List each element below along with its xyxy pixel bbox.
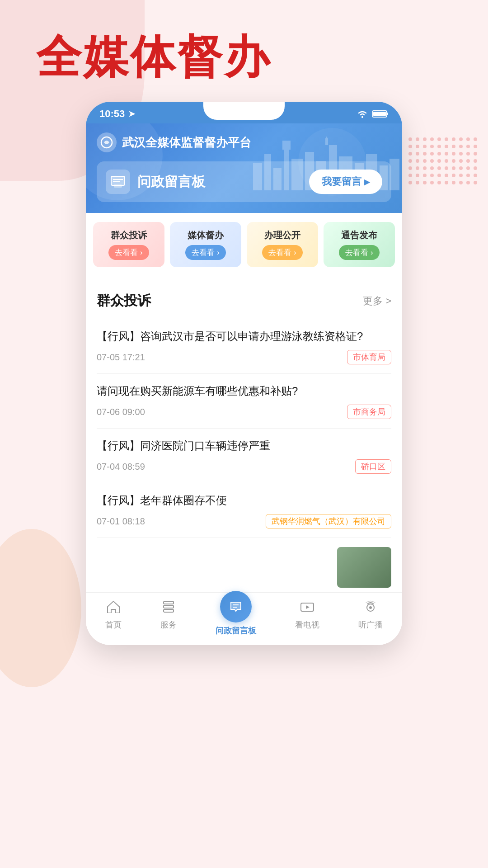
message-banner[interactable]: 问政留言板 我要留言 ▶	[97, 161, 391, 202]
news-title-1: 【行风】咨询武汉市是否可以申请办理游泳教练资格证?	[97, 328, 391, 344]
news-time-1: 07-05 17:21	[97, 352, 145, 363]
hero-title: 全媒体督办	[36, 27, 488, 88]
tv-icon	[300, 600, 314, 617]
category-name-notice: 通告发布	[329, 229, 389, 241]
center-nav-icon	[220, 591, 252, 623]
message-btn-label: 我要留言	[322, 175, 361, 189]
news-item-4[interactable]: 【行风】老年群体圈存不便 07-01 08:18 武钢华润燃气（武汉）有限公司	[97, 483, 391, 538]
message-banner-left: 问政留言板	[106, 170, 205, 194]
nav-label-center: 问政留言板	[216, 625, 256, 636]
news-meta-3: 07-04 08:59 硚口区	[97, 459, 391, 474]
phone-notch	[203, 102, 285, 120]
section-header: 群众投诉 更多 >	[97, 292, 391, 310]
wifi-icon	[356, 109, 369, 118]
news-title-3: 【行风】同济医院门口车辆违停严重	[97, 438, 391, 454]
news-time-2: 07-06 09:00	[97, 407, 145, 417]
svg-rect-24	[114, 184, 122, 188]
brand-name-text: 武汉全媒体监督督办平台	[122, 135, 251, 151]
hero-section: 全媒体督办	[0, 0, 488, 102]
status-time: 10:53	[99, 108, 125, 120]
svg-rect-21	[111, 176, 125, 185]
news-title-2: 请问现在购买新能源车有哪些优惠和补贴?	[97, 383, 391, 399]
battery-icon	[372, 110, 389, 118]
nav-item-tv[interactable]: 看电视	[295, 600, 319, 636]
news-tag-4: 武钢华润燃气（武汉）有限公司	[266, 514, 391, 528]
section-more-link[interactable]: 更多 >	[363, 294, 391, 308]
category-item-media[interactable]: 媒体督办 去看看 ›	[170, 222, 241, 267]
services-icon	[163, 600, 174, 617]
category-btn-media[interactable]: 去看看 ›	[185, 245, 225, 260]
news-tag-1: 市体育局	[347, 350, 391, 364]
news-meta-1: 07-05 17:21 市体育局	[97, 350, 391, 364]
news-item-5-content	[97, 547, 330, 588]
nav-item-services[interactable]: 服务	[160, 600, 177, 636]
svg-point-33	[369, 606, 372, 609]
radio-icon	[364, 600, 377, 617]
svg-rect-25	[164, 601, 174, 604]
svg-rect-3	[373, 112, 386, 116]
category-btn-notice[interactable]: 去看看 ›	[339, 245, 379, 260]
header-brand: 武汉全媒体监督督办平台	[97, 132, 391, 152]
category-btn-complaints[interactable]: 去看看 ›	[108, 245, 149, 260]
brand-logo-icon	[97, 132, 117, 152]
category-btn-public[interactable]: 去看看 ›	[262, 245, 302, 260]
message-btn-arrow-icon: ▶	[364, 178, 370, 186]
svg-rect-27	[164, 609, 174, 612]
home-icon	[107, 600, 120, 617]
navigation-icon: ➤	[128, 109, 135, 119]
news-meta-2: 07-06 09:00 市商务局	[97, 405, 391, 419]
bottom-nav: 首页 服务	[86, 592, 402, 645]
svg-rect-26	[164, 605, 174, 608]
news-tag-2: 市商务局	[347, 405, 391, 419]
svg-rect-2	[387, 113, 388, 115]
news-time-3: 07-04 08:59	[97, 462, 145, 472]
phone-mockup: 10:53 ➤	[86, 102, 402, 645]
category-item-notice[interactable]: 通告发布 去看看 ›	[324, 222, 395, 267]
nav-item-home[interactable]: 首页	[105, 600, 122, 636]
message-board-title: 问政留言板	[137, 173, 205, 191]
news-item-5-partial[interactable]	[97, 538, 391, 592]
svg-point-0	[361, 116, 363, 118]
phone-header: 武汉全媒体监督督办平台 问政留言板 我要留言	[86, 123, 402, 213]
news-item-2[interactable]: 请问现在购买新能源车有哪些优惠和补贴? 07-06 09:00 市商务局	[97, 374, 391, 429]
news-title-4: 【行风】老年群体圈存不便	[97, 492, 391, 509]
category-name-complaints: 群众投诉	[99, 229, 159, 241]
category-grid: 群众投诉 去看看 › 媒体督办 去看看 › 办理公开 去看看 › 通告发布 去看…	[86, 213, 402, 276]
message-board-icon	[106, 170, 130, 194]
section-title: 群众投诉	[97, 292, 151, 310]
status-icons	[356, 109, 389, 118]
category-name-public: 办理公开	[252, 229, 313, 241]
nav-item-radio[interactable]: 听广播	[358, 600, 383, 636]
phone-wrapper: 10:53 ➤	[0, 102, 488, 645]
news-tag-3: 硚口区	[355, 459, 391, 474]
news-thumb-img-5	[337, 547, 391, 588]
news-item-3[interactable]: 【行风】同济医院门口车辆违停严重 07-04 08:59 硚口区	[97, 429, 391, 483]
category-name-media: 媒体督办	[175, 229, 236, 241]
news-time-4: 07-01 08:18	[97, 516, 145, 527]
message-board-button[interactable]: 我要留言 ▶	[309, 170, 382, 194]
nav-label-home: 首页	[105, 619, 122, 630]
news-meta-4: 07-01 08:18 武钢华润燃气（武汉）有限公司	[97, 514, 391, 528]
nav-label-radio: 听广播	[358, 619, 383, 630]
category-item-public[interactable]: 办理公开 去看看 ›	[247, 222, 318, 267]
category-item-complaints[interactable]: 群众投诉 去看看 ›	[93, 222, 164, 267]
complaints-section: 群众投诉 更多 > 【行风】咨询武汉市是否可以申请办理游泳教练资格证? 07-0…	[86, 281, 402, 592]
svg-marker-31	[306, 605, 310, 609]
news-item-1[interactable]: 【行风】咨询武汉市是否可以申请办理游泳教练资格证? 07-05 17:21 市体…	[97, 319, 391, 374]
nav-item-center[interactable]: 问政留言板	[216, 600, 256, 636]
news-thumb-5	[337, 547, 391, 588]
nav-label-tv: 看电视	[295, 619, 319, 630]
nav-label-services: 服务	[160, 619, 177, 630]
